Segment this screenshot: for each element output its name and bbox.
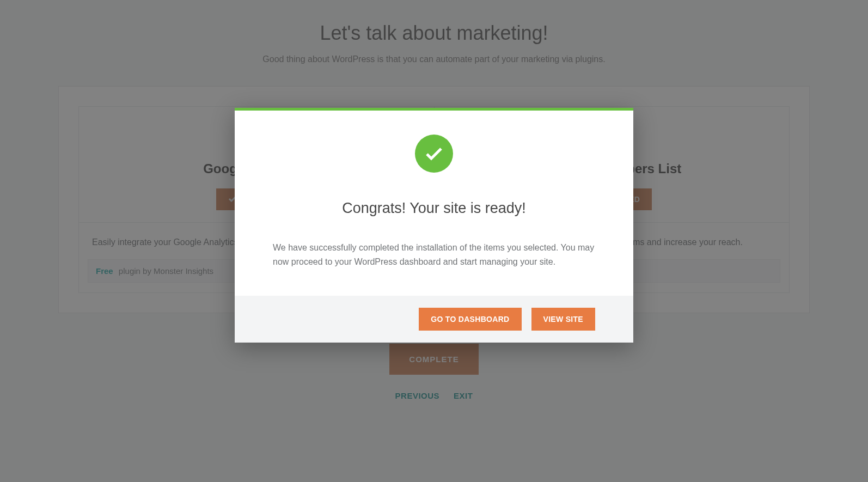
modal-footer: GO TO DASHBOARD VIEW SITE [235,296,633,343]
success-modal: Congrats! Your site is ready! We have su… [235,108,633,343]
modal-body-text: We have successfully completed the insta… [273,241,595,269]
modal-body: Congrats! Your site is ready! We have su… [235,111,633,296]
go-to-dashboard-button[interactable]: GO TO DASHBOARD [419,308,521,331]
success-check-icon [415,135,453,173]
view-site-button[interactable]: VIEW SITE [531,308,596,331]
modal-title: Congrats! Your site is ready! [273,200,595,217]
